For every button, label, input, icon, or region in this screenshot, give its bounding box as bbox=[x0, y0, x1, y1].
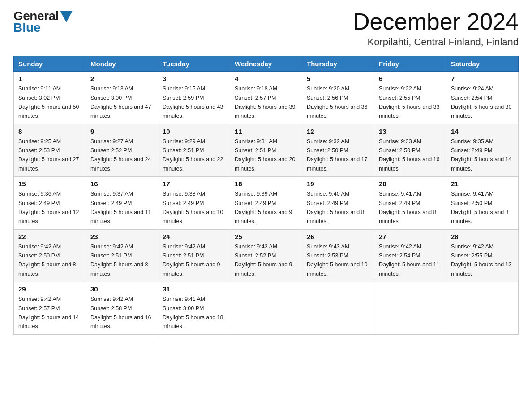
day-info: Sunrise: 9:40 AMSunset: 2:49 PMDaylight:… bbox=[307, 191, 365, 224]
calendar-cell: 14 Sunrise: 9:35 AMSunset: 2:49 PMDaylig… bbox=[446, 124, 519, 177]
day-number: 8 bbox=[18, 128, 81, 135]
calendar-cell: 6 Sunrise: 9:22 AMSunset: 2:55 PMDayligh… bbox=[374, 72, 446, 124]
weekday-header-tuesday: Tuesday bbox=[158, 56, 230, 72]
calendar-cell bbox=[302, 282, 374, 335]
calendar-cell: 29 Sunrise: 9:42 AMSunset: 2:57 PMDaylig… bbox=[14, 282, 86, 335]
day-number: 24 bbox=[163, 233, 225, 240]
calendar-cell: 18 Sunrise: 9:39 AMSunset: 2:49 PMDaylig… bbox=[230, 177, 302, 230]
day-info: Sunrise: 9:41 AMSunset: 2:50 PMDaylight:… bbox=[451, 191, 509, 224]
day-number: 11 bbox=[235, 128, 297, 135]
calendar-cell: 27 Sunrise: 9:42 AMSunset: 2:54 PMDaylig… bbox=[374, 229, 446, 282]
calendar-cell: 2 Sunrise: 9:13 AMSunset: 3:00 PMDayligh… bbox=[86, 72, 158, 124]
calendar-cell: 26 Sunrise: 9:43 AMSunset: 2:53 PMDaylig… bbox=[302, 229, 374, 282]
calendar-cell: 25 Sunrise: 9:42 AMSunset: 2:52 PMDaylig… bbox=[230, 229, 302, 282]
calendar-cell: 22 Sunrise: 9:42 AMSunset: 2:50 PMDaylig… bbox=[14, 229, 86, 282]
day-number: 7 bbox=[451, 75, 514, 82]
calendar-cell: 11 Sunrise: 9:31 AMSunset: 2:51 PMDaylig… bbox=[230, 124, 302, 177]
day-number: 18 bbox=[235, 180, 297, 188]
day-number: 4 bbox=[235, 75, 297, 82]
day-info: Sunrise: 9:35 AMSunset: 2:49 PMDaylight:… bbox=[451, 138, 512, 172]
day-number: 14 bbox=[451, 128, 514, 135]
day-info: Sunrise: 9:11 AMSunset: 3:02 PMDaylight:… bbox=[18, 86, 79, 119]
calendar-cell: 17 Sunrise: 9:38 AMSunset: 2:49 PMDaylig… bbox=[158, 177, 230, 230]
weekday-header-wednesday: Wednesday bbox=[230, 56, 302, 72]
day-number: 20 bbox=[379, 180, 442, 188]
calendar-week-row: 15 Sunrise: 9:36 AMSunset: 2:49 PMDaylig… bbox=[14, 177, 519, 230]
weekday-header-friday: Friday bbox=[374, 56, 446, 72]
day-info: Sunrise: 9:42 AMSunset: 2:51 PMDaylight:… bbox=[163, 244, 220, 277]
day-info: Sunrise: 9:13 AMSunset: 3:00 PMDaylight:… bbox=[90, 86, 151, 119]
day-number: 26 bbox=[307, 233, 369, 240]
calendar-cell: 20 Sunrise: 9:41 AMSunset: 2:49 PMDaylig… bbox=[374, 177, 446, 230]
day-info: Sunrise: 9:22 AMSunset: 2:55 PMDaylight:… bbox=[379, 86, 440, 119]
calendar-week-row: 8 Sunrise: 9:25 AMSunset: 2:53 PMDayligh… bbox=[14, 124, 519, 177]
day-info: Sunrise: 9:41 AMSunset: 2:49 PMDaylight:… bbox=[379, 191, 437, 224]
day-number: 6 bbox=[379, 75, 442, 82]
calendar-cell: 16 Sunrise: 9:37 AMSunset: 2:49 PMDaylig… bbox=[86, 177, 158, 230]
day-info: Sunrise: 9:42 AMSunset: 2:58 PMDaylight:… bbox=[90, 296, 151, 330]
page-title: December 2024 bbox=[353, 9, 519, 34]
weekday-header-sunday: Sunday bbox=[14, 56, 86, 72]
calendar-cell: 19 Sunrise: 9:40 AMSunset: 2:49 PMDaylig… bbox=[302, 177, 374, 230]
calendar-cell: 4 Sunrise: 9:18 AMSunset: 2:57 PMDayligh… bbox=[230, 72, 302, 124]
day-info: Sunrise: 9:41 AMSunset: 3:00 PMDaylight:… bbox=[163, 296, 223, 330]
calendar-cell bbox=[446, 282, 519, 335]
calendar-cell: 21 Sunrise: 9:41 AMSunset: 2:50 PMDaylig… bbox=[446, 177, 519, 230]
logo: General Blue bbox=[13, 9, 73, 35]
day-number: 27 bbox=[379, 233, 442, 240]
logo-blue-text: Blue bbox=[13, 21, 41, 35]
day-number: 22 bbox=[18, 233, 81, 240]
day-info: Sunrise: 9:39 AMSunset: 2:49 PMDaylight:… bbox=[235, 191, 292, 224]
day-number: 1 bbox=[18, 75, 81, 82]
page-subtitle: Korpilahti, Central Finland, Finland bbox=[353, 36, 519, 48]
day-number: 21 bbox=[451, 180, 514, 188]
calendar-cell: 28 Sunrise: 9:42 AMSunset: 2:55 PMDaylig… bbox=[446, 229, 519, 282]
day-info: Sunrise: 9:32 AMSunset: 2:50 PMDaylight:… bbox=[307, 138, 368, 172]
calendar-cell bbox=[230, 282, 302, 335]
calendar-cell: 3 Sunrise: 9:15 AMSunset: 2:59 PMDayligh… bbox=[158, 72, 230, 124]
svg-marker-0 bbox=[60, 11, 73, 22]
day-number: 2 bbox=[90, 75, 153, 82]
calendar-week-row: 1 Sunrise: 9:11 AMSunset: 3:02 PMDayligh… bbox=[14, 72, 519, 124]
calendar-table: SundayMondayTuesdayWednesdayThursdayFrid… bbox=[13, 56, 519, 335]
calendar-cell: 24 Sunrise: 9:42 AMSunset: 2:51 PMDaylig… bbox=[158, 229, 230, 282]
day-info: Sunrise: 9:25 AMSunset: 2:53 PMDaylight:… bbox=[18, 138, 79, 172]
day-info: Sunrise: 9:18 AMSunset: 2:57 PMDaylight:… bbox=[235, 86, 296, 119]
day-info: Sunrise: 9:38 AMSunset: 2:49 PMDaylight:… bbox=[163, 191, 223, 224]
day-info: Sunrise: 9:36 AMSunset: 2:49 PMDaylight:… bbox=[18, 191, 79, 224]
day-number: 16 bbox=[90, 180, 153, 188]
calendar-cell bbox=[374, 282, 446, 335]
weekday-header-row: SundayMondayTuesdayWednesdayThursdayFrid… bbox=[14, 56, 519, 72]
title-block: December 2024 Korpilahti, Central Finlan… bbox=[353, 9, 519, 48]
day-number: 29 bbox=[18, 285, 81, 293]
day-info: Sunrise: 9:42 AMSunset: 2:50 PMDaylight:… bbox=[18, 244, 76, 277]
weekday-header-thursday: Thursday bbox=[302, 56, 374, 72]
day-info: Sunrise: 9:27 AMSunset: 2:52 PMDaylight:… bbox=[90, 138, 151, 172]
calendar-cell: 8 Sunrise: 9:25 AMSunset: 2:53 PMDayligh… bbox=[14, 124, 86, 177]
calendar-cell: 12 Sunrise: 9:32 AMSunset: 2:50 PMDaylig… bbox=[302, 124, 374, 177]
day-number: 9 bbox=[90, 128, 153, 135]
day-number: 17 bbox=[163, 180, 225, 188]
day-number: 10 bbox=[163, 128, 225, 135]
day-info: Sunrise: 9:42 AMSunset: 2:52 PMDaylight:… bbox=[235, 244, 292, 277]
calendar-week-row: 22 Sunrise: 9:42 AMSunset: 2:50 PMDaylig… bbox=[14, 229, 519, 282]
calendar-cell: 31 Sunrise: 9:41 AMSunset: 3:00 PMDaylig… bbox=[158, 282, 230, 335]
calendar-cell: 10 Sunrise: 9:29 AMSunset: 2:51 PMDaylig… bbox=[158, 124, 230, 177]
day-info: Sunrise: 9:42 AMSunset: 2:55 PMDaylight:… bbox=[451, 244, 512, 277]
day-number: 19 bbox=[307, 180, 369, 188]
day-info: Sunrise: 9:24 AMSunset: 2:54 PMDaylight:… bbox=[451, 86, 512, 119]
calendar-cell: 7 Sunrise: 9:24 AMSunset: 2:54 PMDayligh… bbox=[446, 72, 519, 124]
day-number: 3 bbox=[163, 75, 225, 82]
calendar-cell: 30 Sunrise: 9:42 AMSunset: 2:58 PMDaylig… bbox=[86, 282, 158, 335]
calendar-cell: 23 Sunrise: 9:42 AMSunset: 2:51 PMDaylig… bbox=[86, 229, 158, 282]
calendar-cell: 13 Sunrise: 9:33 AMSunset: 2:50 PMDaylig… bbox=[374, 124, 446, 177]
day-info: Sunrise: 9:37 AMSunset: 2:49 PMDaylight:… bbox=[90, 191, 151, 224]
calendar-cell: 5 Sunrise: 9:20 AMSunset: 2:56 PMDayligh… bbox=[302, 72, 374, 124]
day-info: Sunrise: 9:33 AMSunset: 2:50 PMDaylight:… bbox=[379, 138, 440, 172]
day-info: Sunrise: 9:20 AMSunset: 2:56 PMDaylight:… bbox=[307, 86, 368, 119]
day-number: 30 bbox=[90, 285, 153, 293]
day-info: Sunrise: 9:43 AMSunset: 2:53 PMDaylight:… bbox=[307, 244, 368, 277]
calendar-cell: 9 Sunrise: 9:27 AMSunset: 2:52 PMDayligh… bbox=[86, 124, 158, 177]
calendar-week-row: 29 Sunrise: 9:42 AMSunset: 2:57 PMDaylig… bbox=[14, 282, 519, 335]
calendar-cell: 15 Sunrise: 9:36 AMSunset: 2:49 PMDaylig… bbox=[14, 177, 86, 230]
